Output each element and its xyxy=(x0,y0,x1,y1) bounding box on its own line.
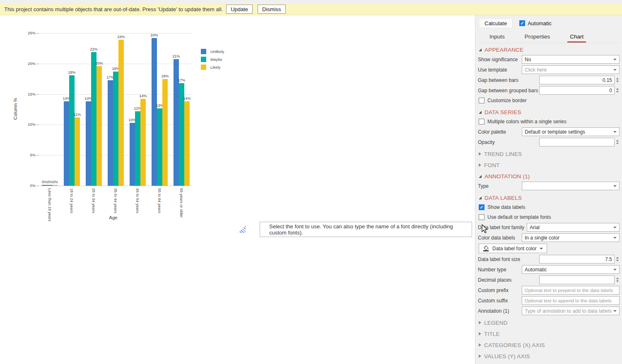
tab-inputs[interactable]: Inputs xyxy=(487,31,507,43)
number-spinner[interactable] xyxy=(615,76,620,84)
bar-maybe[interactable] xyxy=(113,72,118,186)
multiple-colors-option[interactable]: Multiple colors within a single series xyxy=(478,117,620,127)
annotation-type-row: Type xyxy=(478,181,620,191)
bar-chart: Column % Age UnlikelyMaybeLikely 0%5%10%… xyxy=(0,15,475,364)
opacity-input[interactable] xyxy=(539,138,615,146)
y-axis-title: Column % xyxy=(13,98,18,120)
decimal-places-label: Decimal places xyxy=(478,277,539,283)
tab-properties[interactable]: Properties xyxy=(522,31,553,43)
number-spinner[interactable] xyxy=(615,86,620,95)
section-data-series[interactable]: DATA SERIES xyxy=(478,108,620,117)
legend-swatch xyxy=(201,49,206,54)
data-label-font-size-input[interactable] xyxy=(539,255,615,263)
number-spinner[interactable] xyxy=(615,138,620,146)
gap-between-grouped-bars-input[interactable] xyxy=(539,86,615,95)
x-category-label: 18 to 24 years xyxy=(70,188,74,213)
section-legend[interactable]: LEGEND xyxy=(478,318,620,327)
section-annotation[interactable]: ANNOTATION (1) xyxy=(478,172,620,181)
bar-maybe[interactable] xyxy=(157,108,162,186)
bar-likely[interactable] xyxy=(75,117,80,186)
gridline xyxy=(39,64,193,64)
x-category-label: 45 to 54 years xyxy=(135,188,140,213)
data-label-font-color-button[interactable]: Data label font color xyxy=(479,244,547,253)
number-spinner[interactable] xyxy=(615,255,620,263)
section-categories-x-axis[interactable]: CATEGORIES (X) AXIS xyxy=(478,340,620,350)
bar-unlikely[interactable] xyxy=(108,80,113,186)
customize-border-option[interactable]: Customize border xyxy=(478,96,620,105)
bar-unlikely[interactable] xyxy=(86,101,91,186)
color-palette-dropdown[interactable]: Default or template settings xyxy=(522,127,620,136)
annotation-type-dropdown[interactable] xyxy=(522,182,620,190)
dismiss-button[interactable]: Dismiss xyxy=(258,5,286,14)
section-trend-lines[interactable]: TREND LINES xyxy=(478,149,620,158)
legend-item: Maybe xyxy=(201,55,224,63)
use-template-label: Use template xyxy=(478,67,522,73)
chevron-down-icon xyxy=(613,59,617,60)
multiple-colors-checkbox[interactable] xyxy=(479,119,485,125)
legend-label: Likely xyxy=(210,65,220,69)
bar-maybe[interactable] xyxy=(91,52,96,186)
opacity-label: Opacity xyxy=(478,139,539,145)
custom-prefix-input[interactable] xyxy=(522,286,620,295)
y-tick-mark xyxy=(36,94,39,95)
number-spinner[interactable] xyxy=(615,275,620,284)
automatic-checkbox[interactable]: ✓ xyxy=(519,20,525,26)
annotation-1-dropdown[interactable]: Type of annotation to add to data labels… xyxy=(522,307,620,315)
x-category-label: Less than 18 years xyxy=(48,188,52,221)
bar-likely[interactable] xyxy=(96,66,102,186)
gap-between-grouped-bars-row: Gap between grouped bars xyxy=(478,85,620,96)
bar-unlikely[interactable] xyxy=(130,123,135,186)
gap-between-bars-input[interactable] xyxy=(539,76,615,84)
decimal-places-input[interactable] xyxy=(539,275,615,284)
data-label-font-family-dropdown[interactable]: Arial xyxy=(527,223,620,232)
data-label-font-size-row: Data label font size xyxy=(478,254,620,264)
section-title[interactable]: TITLE xyxy=(478,329,620,338)
use-template-dropdown[interactable]: Click here xyxy=(522,65,620,74)
bar-data-label: 17% xyxy=(178,78,185,82)
gridline xyxy=(39,186,193,186)
custom-suffix-input[interactable] xyxy=(522,296,620,305)
show-data-labels-option[interactable]: ✓ Show data labels xyxy=(478,202,620,212)
bar-unlikely[interactable] xyxy=(42,185,47,186)
update-button[interactable]: Update xyxy=(226,5,253,14)
bar-likely[interactable] xyxy=(140,99,146,186)
bar-unlikely[interactable] xyxy=(152,38,157,186)
x-category-label: 65 years or older xyxy=(179,188,184,218)
calculate-row: Calculate ✓ Automatic xyxy=(478,18,620,29)
bar-maybe[interactable] xyxy=(135,111,140,186)
color-data-labels-label: Color data labels xyxy=(478,235,522,241)
section-data-labels[interactable]: DATA LABELS xyxy=(478,193,620,202)
legend-swatch xyxy=(201,65,206,70)
y-tick-label: 20% xyxy=(19,61,36,66)
bar-unlikely[interactable] xyxy=(64,101,69,186)
bar-maybe[interactable] xyxy=(69,75,75,186)
bar-likely[interactable] xyxy=(118,40,124,186)
use-default-fonts-option[interactable]: Use default or template fonts xyxy=(478,212,620,222)
bar-maybe[interactable] xyxy=(47,185,53,186)
color-data-labels-dropdown[interactable]: In a single color xyxy=(522,233,620,242)
bar-likely[interactable] xyxy=(162,79,168,186)
bar-data-label: 0% xyxy=(47,180,53,184)
legend-label: Maybe xyxy=(210,57,222,62)
bar-likely[interactable] xyxy=(184,101,190,186)
customize-border-checkbox[interactable] xyxy=(479,98,485,103)
automatic-option[interactable]: ✓ Automatic xyxy=(519,20,552,26)
number-type-dropdown[interactable]: Automatic xyxy=(522,265,620,274)
collapsed-triangle-icon xyxy=(479,152,481,156)
section-font[interactable]: FONT xyxy=(478,160,620,170)
color-data-labels-row: Color data labels In a single color xyxy=(478,232,620,243)
use-default-fonts-checkbox[interactable] xyxy=(479,214,485,220)
chart-legend: UnlikelyMaybeLikely xyxy=(201,48,224,71)
collapsed-triangle-icon xyxy=(479,321,481,324)
section-appearance[interactable]: APPEARANCE xyxy=(478,45,620,54)
gap-between-grouped-bars-label: Gap between grouped bars xyxy=(478,88,539,93)
y-tick-mark xyxy=(36,125,39,125)
annotation-type-label: Type xyxy=(478,183,522,189)
bar-likely[interactable] xyxy=(53,185,58,186)
tab-chart[interactable]: Chart xyxy=(567,31,586,43)
show-data-labels-checkbox[interactable]: ✓ xyxy=(479,204,485,210)
annotation-1-label: Annotation (1) xyxy=(478,308,522,314)
show-significance-dropdown[interactable]: No xyxy=(522,55,620,64)
section-values-y-axis[interactable]: VALUES (Y) AXIS xyxy=(478,352,620,361)
calculate-button[interactable]: Calculate xyxy=(479,18,513,28)
